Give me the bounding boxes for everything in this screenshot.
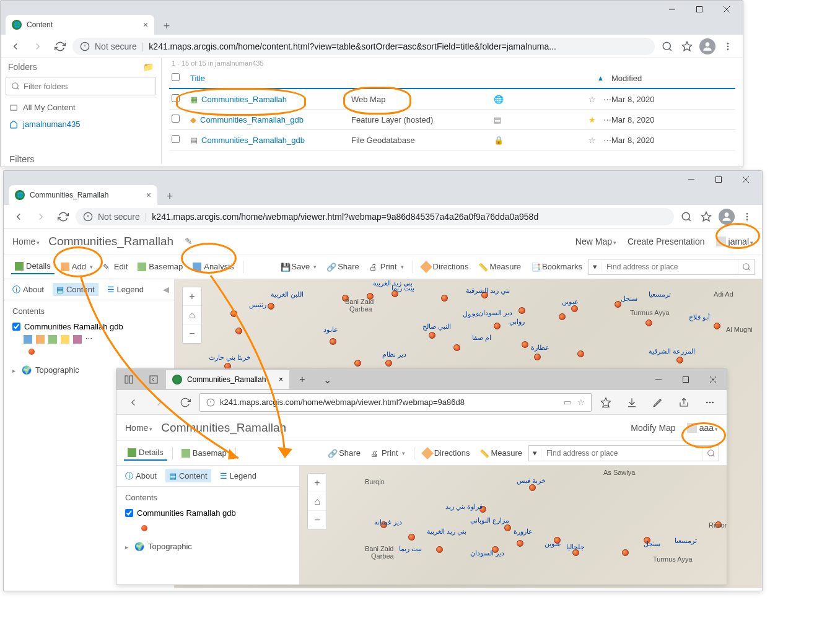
search-submit-button[interactable] <box>738 259 754 274</box>
more-icon[interactable]: ⋯ <box>603 115 611 124</box>
new-tab-button[interactable]: + <box>290 369 315 390</box>
tab-set-aside-icon[interactable] <box>141 369 166 390</box>
basemap-layer-row[interactable]: 🌍Topographic <box>125 542 291 551</box>
about-tab[interactable]: ⓘAbout <box>9 282 48 297</box>
layer-style-icon[interactable] <box>48 335 57 344</box>
star-icon[interactable] <box>680 39 694 54</box>
close-tab-icon[interactable]: × <box>146 190 151 200</box>
url-input[interactable]: Not secure | k241.maps.arcgis.com/home/c… <box>72 38 655 55</box>
item-link[interactable]: Communities_Ramallah_gdb <box>201 136 305 145</box>
item-link[interactable]: Communities_Ramallah_gdb <box>200 115 304 124</box>
menu-icon[interactable] <box>720 39 735 54</box>
directions-button[interactable]: Directions <box>419 446 474 460</box>
maximize-button[interactable] <box>686 1 713 17</box>
layer-row[interactable]: Communities Ramallah gdb <box>12 321 165 333</box>
title-column-header[interactable]: Title <box>190 74 351 83</box>
back-button[interactable] <box>6 37 25 56</box>
layer-analysis-icon[interactable] <box>73 335 82 344</box>
about-tab[interactable]: ⓘAbout <box>121 469 160 484</box>
downloads-icon[interactable] <box>620 391 644 414</box>
url-input[interactable]: Not secure | k241.maps.arcgis.com/home/w… <box>76 208 674 225</box>
zoom-icon[interactable] <box>679 209 694 224</box>
sort-asc-icon[interactable]: ▲ <box>597 74 604 82</box>
item-link[interactable]: Communities_Ramallah <box>201 95 287 104</box>
home-dropdown[interactable]: Home <box>125 423 152 433</box>
zoom-out-button[interactable]: − <box>308 511 326 529</box>
forward-button[interactable] <box>147 391 171 414</box>
star-icon[interactable]: ☆ <box>588 136 596 145</box>
close-tab-icon[interactable]: × <box>143 20 148 30</box>
favorites-star-icon[interactable]: ☆ <box>577 398 585 407</box>
user-dropdown[interactable]: aaa <box>699 423 718 433</box>
browser-tab[interactable]: 🌐 Content × <box>6 15 154 35</box>
edit-button[interactable]: ✎Edit <box>99 259 131 274</box>
minimize-button[interactable] <box>658 1 686 17</box>
close-button[interactable] <box>699 369 727 390</box>
browser-tab[interactable]: Communities_Ramallah × <box>166 370 290 389</box>
minimize-button[interactable] <box>645 369 672 390</box>
basemap-button[interactable]: Basemap <box>178 446 230 460</box>
save-button[interactable]: 💾Save <box>277 259 321 274</box>
modify-map-link[interactable]: Modify Map <box>631 423 675 433</box>
tab-actions-icon[interactable] <box>116 369 141 390</box>
new-map-dropdown[interactable]: New Map <box>575 237 616 246</box>
measure-button[interactable]: 📏Measure <box>475 259 525 274</box>
layer-checkbox[interactable] <box>125 509 133 517</box>
maximize-button[interactable] <box>705 171 732 188</box>
row-checkbox[interactable] <box>172 115 180 123</box>
content-tab[interactable]: ▤Content <box>165 469 211 482</box>
zoom-icon[interactable] <box>660 39 675 54</box>
close-button[interactable] <box>732 171 759 188</box>
measure-button[interactable]: 📏Measure <box>476 446 526 460</box>
favorites-icon[interactable] <box>594 391 618 414</box>
home-dropdown[interactable]: Home <box>12 237 40 246</box>
share-icon[interactable] <box>672 391 696 414</box>
select-all-checkbox[interactable] <box>172 73 180 81</box>
more-icon[interactable]: ⋯ <box>603 95 611 104</box>
new-tab-button[interactable]: + <box>158 17 175 35</box>
user-folder-item[interactable]: jamalnuman435 <box>6 116 156 133</box>
reading-view-icon[interactable]: ▭ <box>564 398 571 407</box>
new-folder-icon[interactable]: 📁 <box>143 62 154 72</box>
share-button[interactable]: 🔗Share <box>324 446 364 460</box>
refresh-button[interactable] <box>173 391 197 414</box>
search-scope-dropdown[interactable]: ▾ <box>589 262 602 271</box>
print-button[interactable]: 🖨Print <box>367 446 409 460</box>
zoom-in-button[interactable]: + <box>183 287 201 306</box>
zoom-out-button[interactable]: − <box>183 324 201 343</box>
notes-icon[interactable] <box>646 391 670 414</box>
modified-column-header[interactable]: Modified <box>611 74 680 83</box>
search-input[interactable] <box>541 449 702 458</box>
back-button[interactable] <box>121 391 145 414</box>
map-canvas[interactable]: + ⌂ − Burqin As Sawiya Bani Zaid Qarbea … <box>300 466 727 585</box>
tabs-dropdown-icon[interactable]: ⌄ <box>315 369 339 390</box>
profile-icon[interactable] <box>719 209 735 225</box>
minimize-button[interactable] <box>678 171 705 188</box>
add-button[interactable]: Add <box>57 259 97 274</box>
layer-more-icon[interactable]: ⋯ <box>85 335 94 344</box>
more-icon[interactable]: ⋯ <box>603 136 611 145</box>
back-button[interactable] <box>9 207 28 227</box>
forward-button[interactable] <box>28 37 48 56</box>
new-tab-button[interactable]: + <box>161 188 178 205</box>
row-checkbox[interactable] <box>172 94 180 102</box>
legend-tab[interactable]: ☰Legend <box>216 469 260 482</box>
basemap-button[interactable]: Basemap <box>134 259 186 274</box>
close-button[interactable] <box>713 1 740 17</box>
home-extent-button[interactable]: ⌂ <box>183 306 201 324</box>
user-dropdown[interactable]: jamal <box>728 237 753 246</box>
legend-tab[interactable]: ☰Legend <box>103 283 147 296</box>
layer-row[interactable]: Communities Ramallah gdb <box>125 507 291 519</box>
row-checkbox[interactable] <box>172 135 180 143</box>
browser-tab[interactable]: 🌐 Communities_Ramallah × <box>9 185 157 205</box>
settings-icon[interactable] <box>698 391 722 414</box>
search-submit-button[interactable] <box>702 446 719 461</box>
profile-icon[interactable] <box>699 38 715 54</box>
bookmarks-button[interactable]: 📑Bookmarks <box>527 259 586 274</box>
layer-table-icon[interactable] <box>36 335 45 344</box>
share-button[interactable]: 🔗Share <box>323 259 363 274</box>
analysis-button[interactable]: Analysis <box>189 259 237 274</box>
url-input[interactable]: k241.maps.arcgis.com/home/webmap/viewer.… <box>199 393 592 412</box>
star-icon[interactable]: ★ <box>588 115 596 124</box>
all-my-content-item[interactable]: All My Content <box>6 99 156 116</box>
